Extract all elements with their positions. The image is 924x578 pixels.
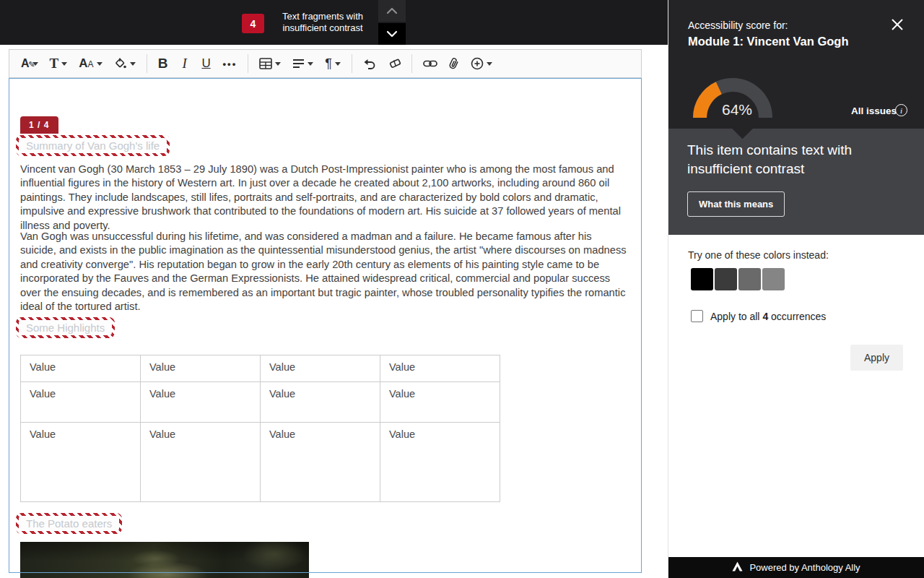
apply-all-label: Apply to all 4 occurrences [710, 311, 826, 322]
what-this-means-button[interactable]: What this means [687, 191, 785, 217]
paragraph-icon: ¶ [325, 56, 332, 72]
undo-button[interactable] [359, 52, 380, 75]
heading-text: Summary of Van Gogh's life [19, 138, 167, 153]
more-options-button[interactable]: ••• [219, 52, 241, 75]
bold-icon: B [158, 56, 168, 72]
fragment-counter-badge: 1 / 4 [20, 116, 58, 134]
color-suggestion-label: Try one of these colors instead: [688, 249, 829, 261]
text-color-button[interactable]: A✎ [17, 52, 42, 75]
ally-footer: Powered by Anthology Ally [668, 557, 924, 578]
background-color-button[interactable] [110, 52, 139, 75]
module-title: Module 1: Vincent Van Gogh [688, 35, 848, 48]
table-cell[interactable]: Value [261, 382, 380, 423]
table-row: Value Value Value Value [21, 423, 500, 502]
align-left-icon [292, 59, 305, 69]
paragraph-format-button[interactable]: ¶ [321, 52, 344, 75]
color-swatches [691, 268, 785, 290]
chevron-down-icon [487, 62, 492, 66]
font-size-icon: AA [79, 56, 93, 71]
flagged-heading-summary[interactable]: Summary of Van Gogh's life [16, 135, 170, 156]
apply-all-prefix: Apply to all [710, 311, 759, 322]
toast-message: Text fragments with insufficient contras… [271, 11, 374, 34]
text-style-icon: T [50, 56, 59, 72]
table-cell[interactable]: Value [141, 382, 261, 423]
italic-button[interactable]: I [176, 52, 193, 75]
chevron-down-icon [386, 27, 398, 40]
toolbar-divider [147, 54, 147, 73]
underline-icon: U [201, 56, 210, 71]
italic-icon: I [182, 56, 186, 72]
bold-button[interactable]: B [154, 52, 172, 75]
info-icon[interactable]: i [895, 104, 907, 116]
score-value: 64% [712, 101, 762, 118]
apply-button[interactable]: Apply [850, 345, 903, 371]
apply-all-count: 4 [762, 311, 768, 322]
apply-all-checkbox[interactable] [691, 310, 703, 322]
insert-button[interactable] [467, 52, 496, 75]
table-cell[interactable]: Value [21, 355, 141, 382]
text-style-button[interactable]: T [46, 52, 71, 75]
table-button[interactable] [256, 52, 284, 75]
attachment-button[interactable] [445, 52, 463, 75]
table-row: Value Value Value Value [21, 382, 500, 423]
link-button[interactable] [419, 52, 441, 75]
table-cell[interactable]: Value [380, 382, 500, 423]
font-size-button[interactable]: AA [75, 52, 105, 75]
table-cell[interactable]: Value [380, 423, 500, 502]
issue-description-section: This item contains text with insufficien… [668, 129, 924, 235]
color-swatch-black[interactable] [691, 268, 713, 290]
all-issues-link[interactable]: All issues [851, 105, 897, 116]
table-cell[interactable]: Value [261, 423, 380, 502]
score-header-label: Accessibility score for: [688, 20, 788, 31]
issue-title: This item contains text with insufficien… [687, 141, 889, 178]
paint-bucket-icon [114, 57, 127, 70]
chevron-down-icon [130, 62, 136, 66]
rich-text-editor: A✎ T AA B I U ••• [0, 45, 668, 578]
score-header-section: Accessibility score for: Module 1: Vince… [668, 0, 924, 129]
table-icon [259, 58, 272, 69]
eraser-button[interactable] [384, 52, 404, 75]
underline-button[interactable]: U [198, 52, 215, 75]
ally-accessibility-panel: Accessibility score for: Module 1: Vince… [668, 0, 924, 578]
table-cell[interactable]: Value [21, 382, 141, 423]
color-swatch-dark-gray[interactable] [715, 268, 737, 290]
alignment-button[interactable] [289, 52, 317, 75]
chevron-down-icon [275, 62, 281, 66]
plus-circle-icon [471, 57, 484, 70]
flagged-heading-highlights[interactable]: Some Highlights [16, 317, 115, 338]
table-row: Value Value Value Value [21, 355, 500, 382]
flagged-heading-potato-eaters[interactable]: The Potato eaters [16, 513, 122, 534]
chevron-down-icon [335, 62, 341, 66]
anthology-logo-icon [732, 561, 743, 574]
chevron-down-icon [308, 62, 313, 66]
table-cell[interactable]: Value [380, 355, 500, 382]
remediation-section: Try one of these colors instead: Apply t… [668, 235, 924, 557]
chevron-down-icon [61, 62, 67, 66]
close-panel-button[interactable] [889, 17, 906, 35]
paragraph-van-gogh-legacy[interactable]: Van Gogh was unsuccessful during his lif… [20, 230, 630, 314]
heading-text: Some Highlights [19, 320, 112, 335]
footer-label: Powered by Anthology Ally [749, 562, 860, 573]
link-icon [423, 59, 437, 68]
editor-toolbar: A✎ T AA B I U ••• [9, 49, 642, 78]
table-cell[interactable]: Value [141, 423, 261, 502]
ellipsis-icon: ••• [223, 59, 237, 69]
next-issue-button[interactable] [378, 23, 406, 45]
color-swatch-light-gray[interactable] [762, 268, 785, 290]
editor-selection-border [9, 572, 642, 573]
color-swatch-gray[interactable] [738, 268, 761, 290]
table-cell[interactable]: Value [21, 423, 141, 502]
table-cell[interactable]: Value [141, 355, 261, 382]
undo-icon [363, 59, 376, 69]
chevron-up-icon [386, 4, 398, 17]
content-table: Value Value Value Value Value Value Valu… [20, 355, 500, 502]
editor-content[interactable]: 1 / 4 Summary of Van Gogh's life Vincent… [9, 78, 642, 573]
toast-message-line1: Text fragments with [271, 11, 374, 22]
text-color-icon: A✎ [21, 57, 30, 70]
previous-issue-button[interactable] [378, 0, 406, 22]
close-icon [891, 18, 904, 34]
screen: 4 Text fragments with insufficient contr… [0, 0, 924, 578]
table-cell[interactable]: Value [261, 355, 380, 382]
paragraph-van-gogh-bio[interactable]: Vincent van Gogh (30 March 1853 – 29 Jul… [20, 163, 630, 233]
apply-all-row: Apply to all 4 occurrences [691, 310, 826, 322]
